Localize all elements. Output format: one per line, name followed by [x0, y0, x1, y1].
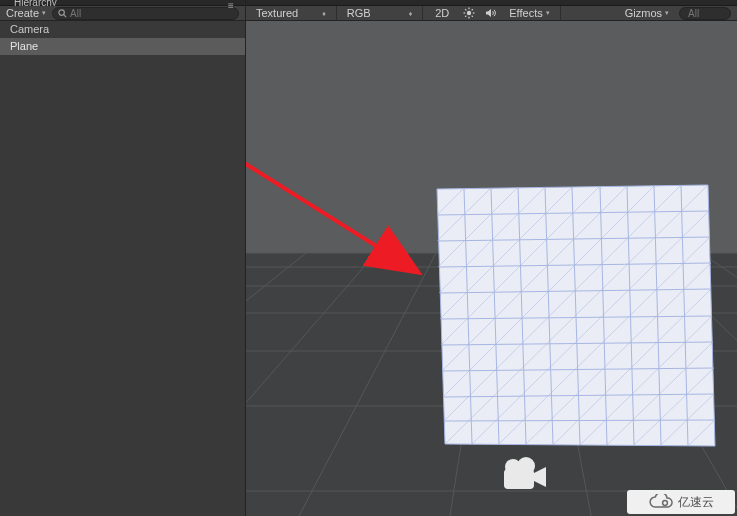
hierarchy-panel: Hierarchy ≡ Create ▾ Camera Plane [0, 0, 246, 516]
scene-audio-toggle[interactable] [483, 7, 499, 19]
divider [422, 6, 423, 21]
sun-icon [463, 7, 475, 19]
svg-point-74 [663, 501, 668, 506]
scene-search-input[interactable] [688, 8, 737, 19]
chevron-down-icon: ▾ [546, 9, 550, 17]
svg-line-9 [472, 9, 473, 10]
viewport-overlay [246, 21, 737, 516]
render-mode-dropdown[interactable]: RGB ♦ [343, 7, 416, 20]
create-dropdown[interactable]: Create ▾ [6, 7, 46, 19]
svg-line-10 [465, 16, 466, 17]
svg-point-72 [517, 457, 535, 475]
render-mode-label: RGB [347, 7, 371, 19]
plane-mesh[interactable] [437, 185, 715, 446]
hierarchy-item-plane[interactable]: Plane [0, 38, 245, 55]
chevron-down-icon: ▾ [665, 9, 669, 17]
gizmos-dropdown[interactable]: Gizmos ▾ [621, 7, 673, 20]
audio-icon [485, 7, 497, 19]
hierarchy-item-label: Camera [10, 23, 49, 35]
chevron-down-icon: ▾ [42, 9, 46, 17]
red-arrow [246, 51, 416, 271]
create-label: Create [6, 7, 39, 19]
svg-line-7 [465, 9, 466, 10]
cloud-logo-icon [648, 494, 674, 510]
watermark: 亿速云 [627, 490, 735, 514]
svg-line-22 [286, 253, 436, 516]
camera-gizmo-icon[interactable] [504, 457, 546, 489]
svg-point-0 [59, 9, 64, 14]
2d-toggle[interactable]: 2D [429, 7, 455, 19]
hierarchy-search-input[interactable] [70, 8, 233, 19]
svg-point-2 [467, 11, 471, 15]
hierarchy-item-camera[interactable]: Camera [0, 21, 245, 38]
effects-label: Effects [509, 7, 542, 19]
svg-line-1 [64, 14, 66, 16]
hierarchy-toolbar: Create ▾ [0, 6, 245, 21]
divider [560, 6, 561, 21]
effects-dropdown[interactable]: Effects ▾ [505, 7, 553, 20]
chevron-down-icon: ♦ [409, 10, 413, 17]
app-root: Hierarchy ≡ Create ▾ Camera Plane [0, 0, 737, 516]
2d-toggle-label: 2D [435, 7, 449, 19]
scene-panel: Textured ♦ RGB ♦ 2D [246, 0, 737, 516]
scene-search[interactable] [679, 7, 731, 20]
svg-line-21 [246, 253, 376, 516]
panel-menu-icon[interactable]: ≡ [228, 0, 234, 11]
scene-lighting-toggle[interactable] [461, 7, 477, 19]
chevron-down-icon: ♦ [322, 10, 326, 17]
divider [336, 6, 337, 21]
hierarchy-item-label: Plane [10, 40, 38, 52]
scene-viewport[interactable]: 亿速云 [246, 21, 737, 516]
watermark-text: 亿速云 [678, 494, 714, 511]
shading-mode-label: Textured [256, 7, 298, 19]
gizmos-label: Gizmos [625, 7, 662, 19]
hierarchy-search[interactable] [52, 7, 239, 20]
search-icon [58, 9, 67, 18]
svg-line-73 [246, 51, 416, 271]
scene-toolbar: Textured ♦ RGB ♦ 2D [246, 6, 737, 21]
shading-mode-dropdown[interactable]: Textured ♦ [252, 7, 330, 20]
svg-line-8 [472, 16, 473, 17]
hierarchy-list: Camera Plane [0, 21, 245, 516]
svg-line-20 [246, 253, 306, 516]
